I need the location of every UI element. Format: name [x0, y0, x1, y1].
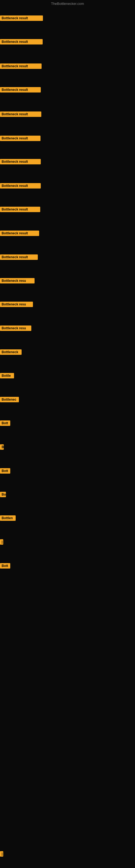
badge-12: Bottleneck resu [0, 278, 35, 283]
badge-3: Bottleneck result [0, 63, 42, 69]
badge-6: Bottleneck result [0, 135, 41, 141]
badge-15: Bottleneck [0, 349, 21, 355]
badge-9: Bottleneck result [0, 207, 40, 212]
badge-17: Bottlenec [0, 397, 19, 402]
badge-18: Bott [0, 421, 10, 426]
badge-2: Bottleneck result [0, 39, 43, 44]
badge-8: Bottleneck result [0, 183, 41, 188]
badge-5: Bottleneck result [0, 112, 41, 117]
badge-16: Bottle [0, 373, 14, 378]
badge-20: Bott [0, 468, 10, 474]
badge-11: Bottleneck result [0, 254, 38, 260]
badge-23: | [0, 539, 3, 545]
badge-1: Bottleneck result [0, 16, 43, 21]
badge-4: Bottleneck result [0, 87, 41, 93]
badge-7: Bottleneck result [0, 159, 41, 164]
badge-24: Bott [0, 563, 10, 568]
badge-13: Bottleneck resu [0, 302, 33, 307]
badge-25: | [0, 851, 3, 857]
badge-19: B [0, 444, 4, 450]
badge-10: Bottleneck result [0, 230, 39, 236]
badge-14: Bottleneck resu [0, 326, 31, 331]
badge-22: Bottlen [0, 516, 16, 521]
site-title: TheBottlenecker.com [0, 2, 135, 6]
badge-21: Bo [0, 492, 6, 497]
